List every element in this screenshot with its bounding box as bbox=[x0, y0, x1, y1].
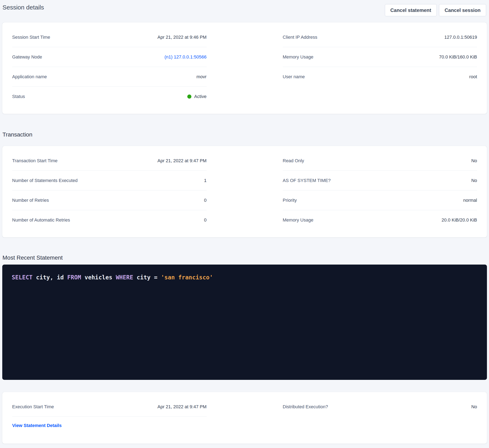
session-memory-usage-label: Memory Usage bbox=[283, 54, 313, 60]
session-start-time-value: Apr 21, 2022 at 9:46 PM bbox=[157, 35, 207, 40]
statements-executed-label: Number of Statements Executed bbox=[12, 178, 78, 183]
client-ip-value: 127.0.0.1:50619 bbox=[444, 35, 477, 40]
view-statement-details-row: View Statement Details bbox=[12, 417, 207, 434]
transaction-section-heading: Transaction bbox=[2, 131, 487, 138]
user-name-value: root bbox=[469, 74, 477, 79]
execution-start-time-label: Execution Start Time bbox=[12, 404, 54, 409]
page-title: Session details bbox=[2, 3, 44, 12]
statements-executed-row: Number of Statements Executed 1 bbox=[12, 171, 207, 191]
distributed-execution-row: Distributed Execution? No bbox=[283, 397, 477, 417]
sql-token: WHERE bbox=[116, 274, 133, 281]
execution-start-time-value: Apr 21, 2022 at 9:47 PM bbox=[157, 404, 207, 409]
gateway-node-label: Gateway Node bbox=[12, 54, 42, 60]
session-summary-card: Session Start Time Apr 21, 2022 at 9:46 … bbox=[2, 22, 487, 114]
transaction-memory-usage-value: 20.0 KiB/20.0 KiB bbox=[442, 217, 477, 223]
gateway-node-row: Gateway Node (n1) 127.0.0.1:50566 bbox=[12, 47, 207, 67]
as-of-system-time-row: AS OF SYSTEM TIME? No bbox=[283, 171, 477, 191]
transaction-start-time-label: Transaction Start Time bbox=[12, 158, 57, 164]
sql-token: = bbox=[154, 274, 157, 281]
read-only-label: Read Only bbox=[283, 158, 304, 164]
priority-row: Priority normal bbox=[283, 191, 477, 210]
session-card-left-column: Session Start Time Apr 21, 2022 at 9:46 … bbox=[12, 27, 207, 107]
retries-label: Number of Retries bbox=[12, 198, 49, 203]
read-only-value: No bbox=[471, 158, 477, 164]
sql-token: FROM bbox=[67, 274, 81, 281]
transaction-card-left-column: Transaction Start Time Apr 21, 2022 at 9… bbox=[12, 151, 207, 230]
status-row: Status Active bbox=[12, 87, 207, 107]
sql-token bbox=[157, 274, 161, 281]
transaction-card-right-column: Read Only No AS OF SYSTEM TIME? No Prior… bbox=[283, 151, 477, 230]
application-name-label: Application name bbox=[12, 74, 47, 79]
automatic-retries-row: Number of Automatic Retries 0 bbox=[12, 210, 207, 230]
execution-summary-card: Execution Start Time Apr 21, 2022 at 9:4… bbox=[2, 392, 487, 444]
automatic-retries-label: Number of Automatic Retries bbox=[12, 217, 70, 223]
priority-value: normal bbox=[463, 198, 477, 203]
session-card-right-column: Client IP Address 127.0.0.1:50619 Memory… bbox=[283, 27, 477, 107]
user-name-label: User name bbox=[283, 74, 305, 79]
transaction-memory-usage-label: Memory Usage bbox=[283, 217, 313, 223]
client-ip-row: Client IP Address 127.0.0.1:50619 bbox=[283, 27, 477, 47]
status-active-dot-icon bbox=[187, 94, 191, 99]
transaction-memory-usage-row: Memory Usage 20.0 KiB/20.0 KiB bbox=[283, 210, 477, 230]
user-name-row: User name root bbox=[283, 67, 477, 87]
read-only-row: Read Only No bbox=[283, 151, 477, 171]
sql-statement-box: SELECT city, id FROM vehicles WHERE city… bbox=[2, 265, 487, 380]
page-header: Session details Cancel statement Cancel … bbox=[0, 0, 489, 16]
application-name-value: movr bbox=[196, 74, 207, 79]
sql-token: vehicles bbox=[81, 274, 116, 281]
session-start-time-row: Session Start Time Apr 21, 2022 at 9:46 … bbox=[12, 27, 207, 47]
retries-row: Number of Retries 0 bbox=[12, 191, 207, 210]
retries-value: 0 bbox=[204, 198, 206, 203]
gateway-node-link[interactable]: (n1) 127.0.0.1:50566 bbox=[164, 54, 206, 60]
execution-start-time-row: Execution Start Time Apr 21, 2022 at 9:4… bbox=[12, 397, 207, 417]
header-actions: Cancel statement Cancel session bbox=[385, 4, 486, 16]
client-ip-label: Client IP Address bbox=[283, 35, 317, 40]
automatic-retries-value: 0 bbox=[204, 217, 206, 223]
execution-card-right-column: Distributed Execution? No bbox=[283, 397, 477, 434]
sql-token: SELECT bbox=[12, 274, 33, 281]
session-memory-usage-value: 70.0 KiB/160.0 KiB bbox=[439, 54, 477, 60]
status-label: Status bbox=[12, 94, 25, 99]
distributed-execution-label: Distributed Execution? bbox=[283, 404, 328, 409]
distributed-execution-value: No bbox=[471, 404, 477, 409]
status-badge: Active bbox=[187, 94, 207, 99]
sql-token: city, id bbox=[33, 274, 67, 281]
statements-executed-value: 1 bbox=[204, 178, 206, 183]
cancel-statement-button[interactable]: Cancel statement bbox=[385, 4, 437, 16]
session-memory-usage-row: Memory Usage 70.0 KiB/160.0 KiB bbox=[283, 47, 477, 67]
sql-statement-text: SELECT city, id FROM vehicles WHERE city… bbox=[12, 274, 477, 282]
most-recent-statement-heading: Most Recent Statement bbox=[2, 254, 487, 261]
as-of-system-time-label: AS OF SYSTEM TIME? bbox=[283, 178, 331, 183]
cancel-session-button[interactable]: Cancel session bbox=[439, 4, 486, 16]
sql-token: 'san francisco' bbox=[161, 274, 213, 281]
view-statement-details-link[interactable]: View Statement Details bbox=[12, 423, 62, 428]
status-value: Active bbox=[194, 94, 207, 99]
transaction-start-time-row: Transaction Start Time Apr 21, 2022 at 9… bbox=[12, 151, 207, 171]
transaction-summary-card: Transaction Start Time Apr 21, 2022 at 9… bbox=[2, 146, 487, 237]
execution-card-left-column: Execution Start Time Apr 21, 2022 at 9:4… bbox=[12, 397, 207, 434]
priority-label: Priority bbox=[283, 198, 297, 203]
transaction-start-time-value: Apr 21, 2022 at 9:47 PM bbox=[157, 158, 207, 164]
application-name-row: Application name movr bbox=[12, 67, 207, 87]
as-of-system-time-value: No bbox=[471, 178, 477, 183]
sql-token: city bbox=[133, 274, 154, 281]
session-start-time-label: Session Start Time bbox=[12, 35, 50, 40]
